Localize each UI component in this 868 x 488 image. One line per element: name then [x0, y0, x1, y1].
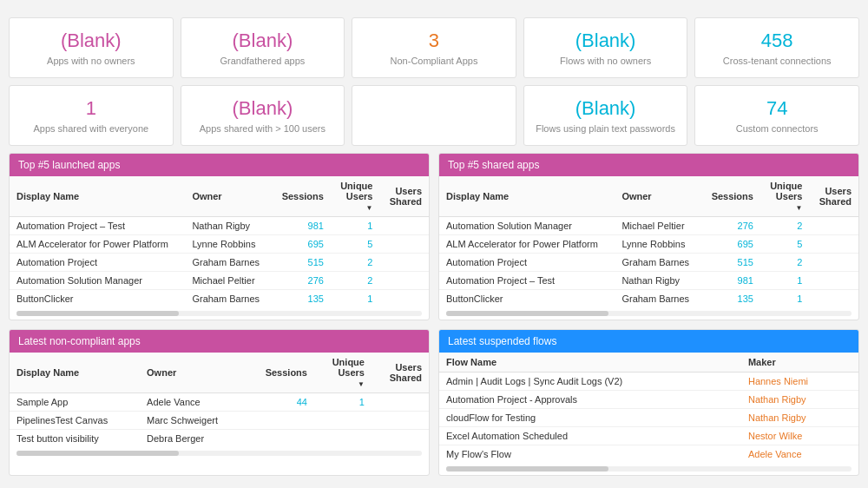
- suspended-scrollbar[interactable]: [446, 466, 852, 472]
- table-row: Excel Automation ScheduledNestor Wilke: [439, 427, 858, 445]
- top-shared-header: Top #5 shared apps: [439, 154, 858, 176]
- table-cell: ALM Accelerator for Power Platform: [439, 235, 615, 254]
- flow-name-cell: Excel Automation Scheduled: [439, 427, 741, 445]
- noncompliant-scrollbar[interactable]: [16, 451, 422, 456]
- maker-cell: Nestor Wilke: [741, 427, 858, 445]
- stat-value: 3: [429, 30, 439, 52]
- table-cell: Test button visibility: [10, 430, 140, 448]
- table-row: Automation Project - ApprovalsNathan Rig…: [439, 391, 858, 409]
- table-cell: [379, 254, 429, 272]
- maker-cell: Nathan Rigby: [741, 391, 858, 409]
- table-row: Sample AppAdele Vance441: [10, 393, 429, 412]
- table-cell: 135: [272, 290, 331, 308]
- stats-row-2: 1Apps shared with everyone(Blank)Apps sh…: [9, 85, 859, 146]
- suspended-flows-table: Flow NameMaker Admin | Audit Logs | Sync…: [439, 353, 858, 463]
- table-cell: 1: [760, 290, 810, 308]
- suspended-flows-card: Latest suspended flows Flow NameMaker Ad…: [438, 329, 859, 476]
- column-header: Sessions: [245, 353, 314, 393]
- table-cell: [379, 235, 429, 254]
- column-header: Display Name: [10, 353, 140, 393]
- stat-label: Apps shared with everyone: [33, 123, 148, 134]
- stat-value: (Blank): [233, 30, 293, 52]
- column-header: Owner: [140, 353, 245, 393]
- maker-cell: Adele Vance: [741, 445, 858, 464]
- table-row: ButtonClickerGraham Barnes1351: [439, 290, 858, 308]
- table-cell: ButtonClicker: [439, 290, 615, 308]
- column-header: UniqueUsers▼: [314, 353, 372, 393]
- table-row: My Flow's FlowAdele Vance: [439, 445, 858, 464]
- table-cell: 695: [272, 235, 331, 254]
- stat-label: Grandfathered apps: [220, 56, 305, 66]
- table-cell: Graham Barnes: [185, 290, 271, 308]
- table-cell: 135: [701, 290, 760, 308]
- table-cell: Nathan Rigby: [185, 217, 271, 235]
- stat-value: 458: [761, 30, 793, 52]
- table-cell: 515: [272, 254, 331, 272]
- table-cell: 44: [245, 393, 314, 412]
- table-cell: [245, 430, 314, 448]
- top-launched-header: Top #5 launched apps: [10, 154, 429, 176]
- stat-card: (Blank)Apps shared with > 100 users: [181, 85, 345, 146]
- table-cell: Automation Project: [439, 254, 615, 272]
- stat-label: Custom connectors: [736, 123, 819, 134]
- top-shared-apps-card: Top #5 shared apps Display NameOwnerSess…: [438, 153, 859, 320]
- maker-cell: Nathan Rigby: [741, 409, 858, 427]
- table-row: ALM Accelerator for Power PlatformLynne …: [439, 235, 858, 254]
- maker-cell: Hannes Niemi: [741, 373, 858, 391]
- table-cell: [245, 412, 314, 430]
- table-cell: Automation Solution Manager: [439, 217, 615, 235]
- stat-card: (Blank)Flows with no owners: [523, 17, 688, 78]
- table-cell: 276: [701, 217, 760, 235]
- column-header: Owner: [185, 176, 271, 217]
- table-cell: Graham Barnes: [615, 254, 700, 272]
- table-row: Automation Project – TestNathan Rigby981…: [439, 272, 858, 290]
- top-shared-table: Display NameOwnerSessionsUniqueUsers▼Use…: [439, 176, 858, 307]
- column-header: UsersShared: [372, 353, 429, 393]
- table-cell: Nathan Rigby: [615, 272, 700, 290]
- column-header: Maker: [741, 353, 858, 373]
- table-cell: [379, 217, 429, 235]
- table-cell: [809, 217, 858, 235]
- table-row: Admin | Audit Logs | Sync Audit Logs (V2…: [439, 373, 858, 391]
- stat-label: Apps shared with > 100 users: [200, 123, 326, 134]
- shared-scrollbar[interactable]: [446, 311, 852, 316]
- stat-value: 1: [86, 97, 96, 120]
- table-cell: [809, 235, 858, 254]
- column-header: UniqueUsers▼: [331, 176, 380, 217]
- column-header: Sessions: [272, 176, 331, 217]
- table-row: ButtonClickerGraham Barnes1351: [10, 290, 429, 308]
- non-compliant-header: Latest non-compliant apps: [10, 330, 429, 353]
- table-cell: 1: [314, 393, 372, 412]
- stat-card: 458Cross-tenant connections: [694, 17, 859, 78]
- table-cell: Graham Barnes: [615, 290, 700, 308]
- table-cell: [314, 412, 372, 430]
- table-cell: 1: [331, 290, 380, 308]
- column-header: Display Name: [10, 176, 185, 217]
- table-cell: [379, 290, 429, 308]
- stat-card: 3Non-Compliant Apps: [352, 17, 516, 78]
- suspended-flows-header: Latest suspended flows: [439, 330, 858, 353]
- table-cell: 981: [272, 217, 331, 235]
- stat-label: Flows using plain text passwords: [536, 123, 675, 134]
- table-row: cloudFlow for TestingNathan Rigby: [439, 409, 858, 427]
- stat-value: (Blank): [575, 30, 636, 52]
- table-cell: [372, 430, 429, 448]
- table-cell: Automation Project – Test: [439, 272, 615, 290]
- table-cell: [372, 393, 429, 412]
- table-row: Automation Solution ManagerMichael Pelti…: [10, 272, 429, 290]
- page-container: (Blank)Apps with no owners(Blank)Grandfa…: [0, 0, 868, 488]
- table-cell: 1: [760, 272, 810, 290]
- flow-name-cell: Admin | Audit Logs | Sync Audit Logs (V2…: [439, 373, 741, 391]
- table-cell: [379, 272, 429, 290]
- table-row: ALM Accelerator for Power PlatformLynne …: [10, 235, 429, 254]
- flow-name-cell: cloudFlow for Testing: [439, 409, 741, 427]
- table-cell: Lynne Robbins: [185, 235, 271, 254]
- table-cell: Graham Barnes: [185, 254, 271, 272]
- stat-card: (Blank)Grandfathered apps: [181, 17, 345, 78]
- table-cell: Automation Solution Manager: [10, 272, 185, 290]
- column-header: UsersShared: [379, 176, 429, 217]
- table-cell: [809, 272, 858, 290]
- table-row: Automation ProjectGraham Barnes5152: [10, 254, 429, 272]
- launched-scrollbar[interactable]: [16, 311, 422, 316]
- non-compliant-apps-card: Latest non-compliant apps Display NameOw…: [9, 329, 430, 476]
